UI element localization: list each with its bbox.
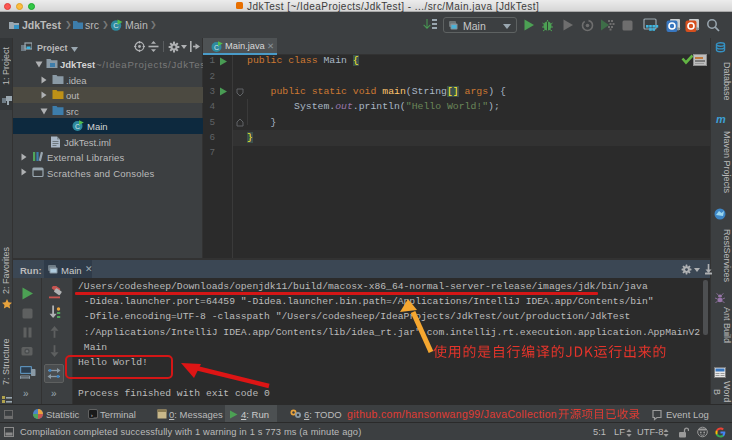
svg-text:›_: ›_: [90, 412, 98, 419]
